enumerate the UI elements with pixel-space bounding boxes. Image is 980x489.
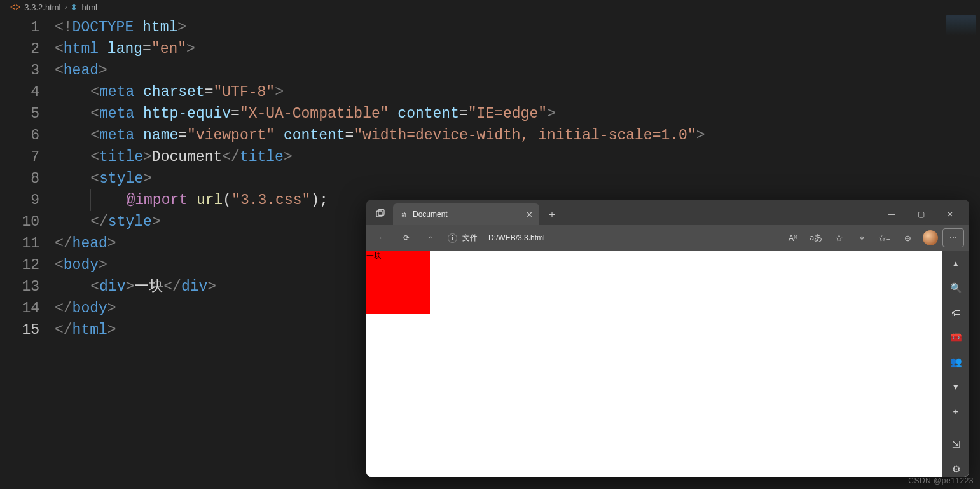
minimap[interactable] xyxy=(946,15,976,41)
protocol-label: 文件 xyxy=(462,233,478,244)
collections-button[interactable]: ⊕ xyxy=(897,228,918,248)
browser-window: 🗎 Document ✕ ＋ ― ▢ ✕ ← → ⟳ ⌂ i 文件 D:/WEB… xyxy=(366,200,969,477)
favorites-bar-button[interactable]: ✩≡ xyxy=(874,228,895,248)
address-path: D:/WEB/3.3.html xyxy=(488,233,545,242)
window-minimize-button[interactable]: ― xyxy=(878,204,906,224)
svg-rect-0 xyxy=(376,211,382,217)
read-aloud-button[interactable]: A⁾⁾ xyxy=(782,228,804,248)
more-menu-button[interactable]: ⋯ xyxy=(942,228,964,247)
watermark-text: CSDN @pe11223 xyxy=(908,476,974,485)
favorite-button[interactable]: ✩ xyxy=(828,228,850,248)
line-number-gutter: 123456789101112131415 xyxy=(0,17,55,341)
breadcrumb-node[interactable]: html xyxy=(81,3,97,12)
breadcrumb[interactable]: <> 3.3.2.html › ⬍ html xyxy=(0,0,980,14)
new-tab-button[interactable]: ＋ xyxy=(543,205,561,223)
profile-avatar[interactable] xyxy=(920,228,941,248)
edge-sidebar: ▴ 🔍 🏷 🧰 👥 ▾ + ⇲ ⚙ xyxy=(942,251,969,477)
separator xyxy=(483,233,483,243)
sidebar-games-icon[interactable]: 👥 xyxy=(947,354,965,370)
tab-actions-icon[interactable] xyxy=(371,205,389,223)
chevron-right-icon: › xyxy=(64,3,67,11)
cube-icon: ⬍ xyxy=(71,3,78,12)
breadcrumb-file[interactable]: 3.3.2.html xyxy=(24,3,60,12)
refresh-button[interactable]: ⟳ xyxy=(396,228,417,248)
browser-viewport[interactable]: 一块 xyxy=(366,251,942,477)
sidebar-scrolltop-icon[interactable]: ▴ xyxy=(947,256,965,272)
window-close-button[interactable]: ✕ xyxy=(936,204,964,224)
address-bar[interactable]: i 文件 D:/WEB/3.3.html xyxy=(444,233,780,244)
extensions-button[interactable]: ✧ xyxy=(851,228,873,248)
sidebar-add-icon[interactable]: + xyxy=(947,403,965,419)
browser-toolbar: ← → ⟳ ⌂ i 文件 D:/WEB/3.3.html A⁾⁾ aあ ✩ ✧ … xyxy=(366,225,969,251)
sidebar-collapse-icon[interactable]: ⇲ xyxy=(947,437,965,453)
back-button[interactable]: ← xyxy=(371,228,393,248)
tab-title: Document xyxy=(413,210,521,219)
translate-button[interactable]: aあ xyxy=(805,228,827,248)
svg-rect-1 xyxy=(378,210,384,216)
browser-tab[interactable]: 🗎 Document ✕ xyxy=(393,203,539,225)
site-info-icon[interactable]: i xyxy=(448,233,457,243)
sidebar-more-icon[interactable]: ▾ xyxy=(947,378,965,394)
window-maximize-button[interactable]: ▢ xyxy=(907,204,935,224)
red-div-block: 一块 xyxy=(366,251,430,314)
page-icon: 🗎 xyxy=(399,210,408,219)
sidebar-shopping-icon[interactable]: 🏷 xyxy=(947,305,965,320)
close-icon[interactable]: ✕ xyxy=(526,210,533,219)
sidebar-tools-icon[interactable]: 🧰 xyxy=(947,329,965,345)
home-button[interactable]: ⌂ xyxy=(420,228,441,248)
sidebar-settings-icon[interactable]: ⚙ xyxy=(947,461,965,477)
file-icon: <> xyxy=(10,2,20,12)
sidebar-search-icon[interactable]: 🔍 xyxy=(947,280,965,296)
browser-tab-strip: 🗎 Document ✕ ＋ ― ▢ ✕ xyxy=(366,200,969,225)
